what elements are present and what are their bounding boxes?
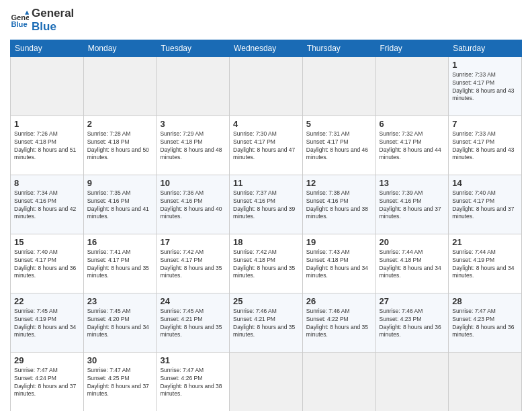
day-info: Sunrise: 7:26 AM Sunset: 4:18 PM Dayligh… — [14, 130, 80, 163]
day-number: 25 — [233, 296, 299, 306]
day-number: 7 — [452, 119, 518, 129]
day-info: Sunrise: 7:40 AM Sunset: 4:17 PM Dayligh… — [452, 189, 518, 222]
day-header-thursday: Thursday — [302, 40, 375, 56]
day-number: 3 — [160, 119, 226, 129]
day-header-tuesday: Tuesday — [157, 40, 230, 56]
calendar-cell: 24 Sunrise: 7:45 AM Sunset: 4:21 PM Dayl… — [157, 293, 230, 352]
calendar-cell: 4 Sunrise: 7:30 AM Sunset: 4:17 PM Dayli… — [230, 116, 303, 175]
page-container: General Blue General Blue SundayMondayTu… — [0, 0, 532, 411]
day-info: Sunrise: 7:46 AM Sunset: 4:22 PM Dayligh… — [306, 308, 372, 340]
day-number: 1 — [14, 119, 80, 129]
calendar-cell: 1 Sunrise: 7:26 AM Sunset: 4:18 PM Dayli… — [11, 116, 84, 175]
day-header-monday: Monday — [83, 40, 157, 56]
calendar-cell: 26 Sunrise: 7:46 AM Sunset: 4:22 PM Dayl… — [302, 293, 375, 352]
day-info: Sunrise: 7:32 AM Sunset: 4:17 PM Dayligh… — [380, 130, 445, 163]
day-number: 30 — [87, 355, 153, 365]
calendar-cell: 29 Sunrise: 7:47 AM Sunset: 4:24 PM Dayl… — [11, 352, 84, 411]
day-info: Sunrise: 7:34 AM Sunset: 4:16 PM Dayligh… — [14, 189, 80, 222]
calendar-cell: 17 Sunrise: 7:42 AM Sunset: 4:17 PM Dayl… — [157, 234, 230, 293]
calendar-cell — [302, 352, 375, 411]
day-number: 19 — [306, 237, 372, 247]
day-number: 16 — [87, 237, 153, 247]
day-info: Sunrise: 7:45 AM Sunset: 4:19 PM Dayligh… — [14, 308, 80, 340]
day-info: Sunrise: 7:31 AM Sunset: 4:17 PM Dayligh… — [306, 130, 372, 163]
day-info: Sunrise: 7:39 AM Sunset: 4:16 PM Dayligh… — [380, 189, 445, 222]
day-number: 18 — [233, 237, 299, 247]
day-number: 23 — [87, 296, 153, 306]
calendar-cell: 7 Sunrise: 7:33 AM Sunset: 4:17 PM Dayli… — [449, 116, 522, 175]
calendar-cell — [302, 56, 375, 116]
calendar-cell: 6 Sunrise: 7:32 AM Sunset: 4:17 PM Dayli… — [375, 116, 449, 175]
day-number: 4 — [233, 119, 299, 129]
calendar-cell — [11, 56, 84, 116]
logo-icon: General Blue — [10, 11, 29, 30]
svg-text:Blue: Blue — [11, 20, 27, 28]
day-info: Sunrise: 7:47 AM Sunset: 4:24 PM Dayligh… — [14, 367, 80, 399]
day-number: 11 — [233, 178, 299, 188]
day-info: Sunrise: 7:36 AM Sunset: 4:16 PM Dayligh… — [160, 189, 226, 222]
calendar-cell: 25 Sunrise: 7:46 AM Sunset: 4:21 PM Dayl… — [230, 293, 303, 352]
day-info: Sunrise: 7:41 AM Sunset: 4:17 PM Dayligh… — [87, 248, 153, 281]
calendar-body: 1 Sunrise: 7:33 AM Sunset: 4:17 PM Dayli… — [11, 56, 522, 411]
day-number: 13 — [380, 178, 445, 188]
calendar-cell: 3 Sunrise: 7:29 AM Sunset: 4:18 PM Dayli… — [157, 116, 230, 175]
logo-blue: Blue — [32, 20, 74, 34]
day-info: Sunrise: 7:45 AM Sunset: 4:21 PM Dayligh… — [160, 308, 226, 340]
day-info: Sunrise: 7:47 AM Sunset: 4:23 PM Dayligh… — [452, 308, 518, 340]
calendar-cell: 13 Sunrise: 7:39 AM Sunset: 4:16 PM Dayl… — [375, 175, 449, 234]
day-info: Sunrise: 7:40 AM Sunset: 4:17 PM Dayligh… — [14, 248, 80, 281]
calendar-week-6: 29 Sunrise: 7:47 AM Sunset: 4:24 PM Dayl… — [11, 352, 522, 411]
day-number: 24 — [160, 296, 226, 306]
day-info: Sunrise: 7:44 AM Sunset: 4:19 PM Dayligh… — [452, 248, 518, 281]
calendar-cell: 12 Sunrise: 7:38 AM Sunset: 4:16 PM Dayl… — [302, 175, 375, 234]
day-info: Sunrise: 7:46 AM Sunset: 4:23 PM Dayligh… — [380, 308, 445, 340]
calendar-cell: 2 Sunrise: 7:28 AM Sunset: 4:18 PM Dayli… — [83, 116, 157, 175]
day-number: 22 — [14, 296, 80, 306]
calendar-cell — [157, 56, 230, 116]
day-info: Sunrise: 7:28 AM Sunset: 4:18 PM Dayligh… — [87, 130, 153, 163]
day-info: Sunrise: 7:47 AM Sunset: 4:26 PM Dayligh… — [160, 367, 226, 399]
day-info: Sunrise: 7:33 AM Sunset: 4:17 PM Dayligh… — [452, 71, 518, 103]
day-info: Sunrise: 7:30 AM Sunset: 4:17 PM Dayligh… — [233, 130, 299, 163]
day-header-wednesday: Wednesday — [230, 40, 303, 56]
day-number: 12 — [306, 178, 372, 188]
calendar-cell: 23 Sunrise: 7:45 AM Sunset: 4:20 PM Dayl… — [83, 293, 157, 352]
calendar-cell: 31 Sunrise: 7:47 AM Sunset: 4:26 PM Dayl… — [157, 352, 230, 411]
day-number: 31 — [160, 355, 226, 365]
day-header-sunday: Sunday — [11, 40, 84, 56]
logo: General Blue General Blue — [10, 7, 74, 34]
calendar-cell: 21 Sunrise: 7:44 AM Sunset: 4:19 PM Dayl… — [449, 234, 522, 293]
calendar-week-1: 1 Sunrise: 7:33 AM Sunset: 4:17 PM Dayli… — [11, 56, 522, 116]
calendar-cell — [230, 56, 303, 116]
logo-general: General — [32, 7, 74, 20]
calendar-week-5: 22 Sunrise: 7:45 AM Sunset: 4:19 PM Dayl… — [11, 293, 522, 352]
day-info: Sunrise: 7:45 AM Sunset: 4:20 PM Dayligh… — [87, 308, 153, 340]
day-number: 1 — [452, 60, 518, 70]
calendar-cell: 8 Sunrise: 7:34 AM Sunset: 4:16 PM Dayli… — [11, 175, 84, 234]
day-number: 26 — [306, 296, 372, 306]
day-number: 10 — [160, 178, 226, 188]
day-info: Sunrise: 7:33 AM Sunset: 4:17 PM Dayligh… — [452, 130, 518, 163]
calendar-cell: 28 Sunrise: 7:47 AM Sunset: 4:23 PM Dayl… — [449, 293, 522, 352]
calendar-cell: 15 Sunrise: 7:40 AM Sunset: 4:17 PM Dayl… — [11, 234, 84, 293]
day-info: Sunrise: 7:42 AM Sunset: 4:17 PM Dayligh… — [160, 248, 226, 281]
day-info: Sunrise: 7:46 AM Sunset: 4:21 PM Dayligh… — [233, 308, 299, 340]
day-info: Sunrise: 7:44 AM Sunset: 4:18 PM Dayligh… — [380, 248, 445, 281]
calendar-cell: 16 Sunrise: 7:41 AM Sunset: 4:17 PM Dayl… — [83, 234, 157, 293]
header: General Blue General Blue — [10, 7, 522, 34]
day-number: 2 — [87, 119, 153, 129]
calendar-cell — [83, 56, 157, 116]
day-number: 8 — [14, 178, 80, 188]
calendar-cell — [230, 352, 303, 411]
calendar-header-row: SundayMondayTuesdayWednesdayThursdayFrid… — [11, 40, 522, 56]
day-info: Sunrise: 7:43 AM Sunset: 4:18 PM Dayligh… — [306, 248, 372, 281]
calendar-cell: 19 Sunrise: 7:43 AM Sunset: 4:18 PM Dayl… — [302, 234, 375, 293]
calendar-cell — [375, 352, 449, 411]
day-number: 20 — [380, 237, 445, 247]
day-number: 27 — [380, 296, 445, 306]
day-number: 21 — [452, 237, 518, 247]
day-info: Sunrise: 7:47 AM Sunset: 4:25 PM Dayligh… — [87, 367, 153, 399]
day-number: 15 — [14, 237, 80, 247]
calendar-cell: 5 Sunrise: 7:31 AM Sunset: 4:17 PM Dayli… — [302, 116, 375, 175]
calendar-week-4: 15 Sunrise: 7:40 AM Sunset: 4:17 PM Dayl… — [11, 234, 522, 293]
